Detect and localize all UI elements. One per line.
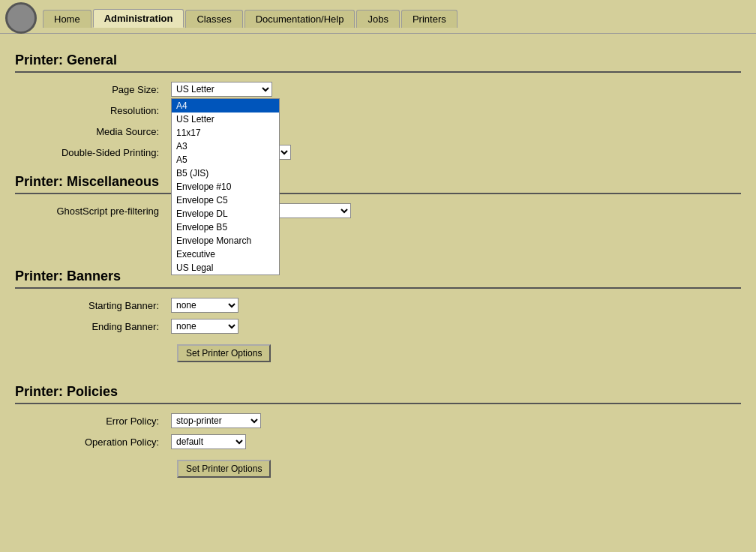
- page-size-dropdown-wrapper: US Letter A4 US Letter 11x17 A3 A5 B5 (J…: [171, 82, 272, 97]
- main-content: Printer: General Page Size: US Letter A4…: [0, 34, 756, 496]
- nav-tab-home[interactable]: Home: [43, 10, 92, 28]
- policies-button-cell: Set Printer Options: [165, 452, 741, 488]
- media-source-row: Media Source:: [15, 121, 741, 142]
- ending-banner-row: Ending Banner: none standard classified …: [15, 316, 741, 337]
- nav-tab-documentation[interactable]: Documentation/Help: [244, 10, 356, 28]
- nav-tab-jobs[interactable]: Jobs: [356, 10, 399, 28]
- operation-policy-row: Operation Policy: default authenticated: [15, 431, 741, 452]
- policies-button-row: Set Printer Options: [15, 452, 741, 488]
- policies-set-printer-button[interactable]: Set Printer Options: [177, 460, 271, 478]
- error-policy-label: Error Policy:: [15, 410, 165, 431]
- operation-policy-select[interactable]: default authenticated: [171, 434, 246, 449]
- error-policy-cell: stop-printer abort-job retry-job retry-c…: [165, 410, 741, 431]
- policies-section-header: Printer: Policies: [15, 384, 741, 404]
- misc-form: GhostScript pre-filtering Set Printer Op…: [15, 200, 741, 257]
- media-source-label: Media Source:: [15, 121, 165, 142]
- page-size-cell: US Letter A4 US Letter 11x17 A3 A5 B5 (J…: [165, 79, 741, 100]
- nav-tab-administration[interactable]: Administration: [93, 9, 184, 28]
- misc-section-header: Printer: Miscellaneous: [15, 174, 741, 194]
- double-sided-label: Double-Sided Printing:: [15, 142, 165, 163]
- starting-banner-label: Starting Banner:: [15, 295, 165, 316]
- banners-button-spacer: [15, 337, 165, 373]
- ghostscript-row: GhostScript pre-filtering: [15, 200, 741, 221]
- logo: [0, 3, 41, 33]
- ending-banner-cell: none standard classified confidential se…: [165, 316, 741, 337]
- operation-policy-cell: default authenticated: [165, 431, 741, 452]
- nav-tab-classes[interactable]: Classes: [185, 10, 242, 28]
- banners-button-cell: Set Printer Options: [165, 337, 741, 373]
- resolution-row: Resolution:: [15, 100, 741, 121]
- starting-banner-select[interactable]: none standard classified confidential se…: [171, 298, 238, 313]
- policies-form: Error Policy: stop-printer abort-job ret…: [15, 410, 741, 488]
- nav-tab-printers[interactable]: Printers: [401, 10, 458, 28]
- ending-banner-label: Ending Banner:: [15, 316, 165, 337]
- dropdown-option-envelopedl[interactable]: Envelope DL: [172, 207, 279, 220]
- dropdown-option-envelopemonarch[interactable]: Envelope Monarch: [172, 234, 279, 248]
- error-policy-select[interactable]: stop-printer abort-job retry-job retry-c…: [171, 413, 261, 428]
- header: Home Administration Classes Documentatio…: [0, 0, 756, 34]
- double-sided-row: Double-Sided Printing:: [15, 142, 741, 163]
- general-form: Page Size: US Letter A4 US Letter 11x17 …: [15, 79, 741, 163]
- page-size-row: Page Size: US Letter A4 US Letter 11x17 …: [15, 79, 741, 100]
- dropdown-option-a5[interactable]: A5: [172, 153, 279, 166]
- dropdown-option-envelopec5[interactable]: Envelope C5: [172, 194, 279, 207]
- starting-banner-row: Starting Banner: none standard classifie…: [15, 295, 741, 316]
- dropdown-option-11x17[interactable]: 11x17: [172, 126, 279, 140]
- dropdown-option-a4[interactable]: A4: [172, 99, 279, 112]
- operation-policy-label: Operation Policy:: [15, 431, 165, 452]
- dropdown-option-b5jis[interactable]: B5 (JIS): [172, 166, 279, 180]
- banners-set-printer-button[interactable]: Set Printer Options: [177, 344, 271, 362]
- misc-button-label-spacer: [15, 221, 165, 257]
- page-size-open-dropdown[interactable]: A4 US Letter 11x17 A3 A5 B5 (JIS) Envelo…: [171, 98, 280, 275]
- dropdown-option-envelopeb5[interactable]: Envelope B5: [172, 220, 279, 234]
- resolution-label: Resolution:: [15, 100, 165, 121]
- misc-button-row: Set Printer Options: [15, 221, 741, 257]
- logo-circle: [5, 2, 37, 34]
- banners-form: Starting Banner: none standard classifie…: [15, 295, 741, 373]
- banners-button-row: Set Printer Options: [15, 337, 741, 373]
- dropdown-option-executive[interactable]: Executive: [172, 248, 279, 261]
- page-size-select[interactable]: US Letter: [171, 82, 272, 97]
- dropdown-option-a3[interactable]: A3: [172, 140, 279, 153]
- starting-banner-cell: none standard classified confidential se…: [165, 295, 741, 316]
- ghostscript-label: GhostScript pre-filtering: [15, 200, 165, 221]
- policies-button-spacer: [15, 452, 165, 488]
- dropdown-option-envelope10[interactable]: Envelope #10: [172, 180, 279, 194]
- banners-section-header: Printer: Banners: [15, 268, 741, 289]
- ending-banner-select[interactable]: none standard classified confidential se…: [171, 319, 238, 334]
- page-size-label: Page Size:: [15, 79, 165, 100]
- nav-tabs: Home Administration Classes Documentatio…: [43, 9, 458, 28]
- general-section-header: Printer: General: [15, 52, 741, 73]
- error-policy-row: Error Policy: stop-printer abort-job ret…: [15, 410, 741, 431]
- dropdown-option-uslegal[interactable]: US Legal: [172, 261, 279, 274]
- dropdown-option-usletter[interactable]: US Letter: [172, 112, 279, 126]
